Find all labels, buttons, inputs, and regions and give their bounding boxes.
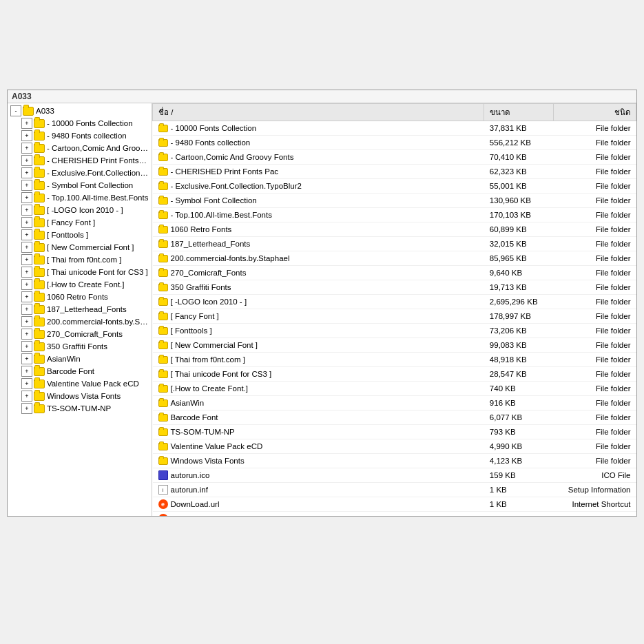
tree-item[interactable]: + - Exclusive.Font.Collection.TypoBlu — [8, 167, 152, 179]
tree-item[interactable]: + 187_Letterhead_Fonts — [8, 303, 152, 315]
tree-item[interactable]: + AsianWin — [8, 353, 152, 365]
table-row[interactable]: - CHERISHED Print Fonts Pac 62,323 KB Fi… — [153, 165, 636, 179]
file-size: 37,831 KB — [484, 121, 553, 136]
tree-expander[interactable]: + — [21, 155, 32, 166]
tree-item[interactable]: + - Symbol Font Collection — [8, 179, 152, 191]
tree-expander-root[interactable]: - — [10, 105, 21, 116]
tree-expander[interactable]: + — [21, 291, 32, 302]
table-row[interactable]: [ Thai from f0nt.com ] 48,918 KB File fo… — [153, 353, 636, 367]
table-row[interactable]: - 9480 Fonts collection 556,212 KB File … — [153, 136, 636, 150]
folder-icon — [158, 327, 168, 335]
tree-item[interactable]: + [ Fonttools ] — [8, 229, 152, 241]
file-size: 85,965 KB — [484, 251, 553, 266]
tree-item[interactable]: + [.How to Create Font.] — [8, 278, 152, 291]
col-header-name[interactable]: ชื่อ / — [153, 104, 484, 121]
file-size: 4,990 KB — [484, 439, 553, 454]
tree-item[interactable]: + [ New Commercial Font ] — [8, 241, 152, 253]
file-name-cell: 187_Letterhead_Fonts — [153, 237, 484, 251]
table-row[interactable]: Barcode Font 6,077 KB File folder — [153, 411, 636, 425]
tree-expander[interactable]: + — [21, 180, 32, 191]
file-name: - Symbol Font Collection — [171, 194, 257, 207]
file-name: 270_Comicraft_Fonts — [171, 267, 247, 279]
tree-item[interactable]: + Barcode Font — [8, 365, 152, 377]
tree-item[interactable]: + 200.commercial-fonts.by.Staphael — [8, 315, 152, 328]
tree-expander[interactable]: + — [21, 378, 32, 389]
tree-item[interactable]: + 1060 Retro Fonts — [8, 291, 152, 303]
tree-expander[interactable]: + — [21, 118, 32, 129]
table-row[interactable]: - Top.100.All-time.Best.Fonts 170,103 KB… — [153, 208, 636, 222]
table-row[interactable]: Valentine Value Pack eCD 4,990 KB File f… — [153, 439, 636, 454]
table-row[interactable]: e Facebook.url 1 KB Internet Shortcut — [153, 512, 636, 517]
tree-item[interactable]: + TS-SOM-TUM-NP — [8, 402, 152, 415]
table-row[interactable]: - Cartoon,Comic And Groovy Fonts 70,410 … — [153, 150, 636, 165]
table-row[interactable]: autorun.ico 159 KB ICO File — [153, 468, 636, 483]
file-type: File folder — [553, 165, 636, 179]
tree-expander[interactable]: + — [21, 143, 32, 154]
tree-folder-icon — [34, 367, 45, 376]
tree-expander[interactable]: + — [21, 242, 32, 253]
tree-item[interactable]: + [ -LOGO Icon 2010 - ] — [8, 204, 152, 216]
table-row[interactable]: [ Fonttools ] 73,206 KB File folder — [153, 324, 636, 338]
tree-expander[interactable]: + — [21, 267, 32, 278]
file-name-cell: TS-SOM-TUM-NP — [153, 425, 484, 439]
table-row[interactable]: - Exclusive.Font.Collection.TypoBlur2 55… — [153, 179, 636, 194]
tree-expander[interactable]: + — [21, 254, 32, 265]
tree-expander[interactable]: + — [21, 366, 32, 377]
tree-expander[interactable]: + — [21, 192, 32, 203]
tree-item[interactable]: + - CHERISHED Print Fonts Pac — [8, 154, 152, 167]
table-row[interactable]: [ New Commercial Font ] 99,083 KB File f… — [153, 338, 636, 353]
table-row[interactable]: 187_Letterhead_Fonts 32,015 KB File fold… — [153, 237, 636, 251]
tree-panel[interactable]: - A033 + - 10000 Fonts Collection + - 94… — [8, 103, 152, 516]
tree-item[interactable]: + 350 Graffiti Fonts — [8, 340, 152, 353]
folder-icon — [158, 414, 168, 422]
file-size: 1 KB — [484, 512, 553, 517]
tree-item[interactable]: + - 9480 Fonts collection — [8, 129, 152, 142]
file-size: 48,918 KB — [484, 353, 553, 367]
table-row[interactable]: - Symbol Font Collection 130,960 KB File… — [153, 194, 636, 208]
tree-expander[interactable]: + — [21, 329, 32, 340]
table-row[interactable]: 200.commercial-fonts.by.Staphael 85,965 … — [153, 251, 636, 266]
tree-item[interactable]: + [ Thai unicode Font for CS3 ] — [8, 266, 152, 278]
tree-item[interactable]: + - Cartoon,Comic And Groovy Fonts — [8, 142, 152, 154]
tree-expander[interactable]: + — [21, 403, 32, 414]
tree-item[interactable]: + [ Fancy Font ] — [8, 216, 152, 229]
col-header-type[interactable]: ชนิด — [553, 104, 636, 121]
table-row[interactable]: AsianWin 916 KB File folder — [153, 396, 636, 411]
tree-item[interactable]: + - 10000 Fonts Collection — [8, 117, 152, 129]
table-row[interactable]: 1060 Retro Fonts 60,899 KB File folder — [153, 222, 636, 237]
tree-item[interactable]: + Valentine Value Pack eCD — [8, 377, 152, 390]
table-row[interactable]: [.How to Create Font.] 740 KB File folde… — [153, 382, 636, 396]
tree-item-label: Barcode Font — [47, 366, 94, 377]
tree-expander[interactable]: + — [21, 167, 32, 178]
tree-item[interactable]: + 270_Comicraft_Fonts — [8, 328, 152, 340]
tree-expander[interactable]: + — [21, 130, 32, 141]
table-row[interactable]: [ Thai unicode Font for CS3 ] 28,547 KB … — [153, 367, 636, 382]
tree-expander[interactable]: + — [21, 205, 32, 216]
table-row[interactable]: [ Fancy Font ] 178,997 KB File folder — [153, 309, 636, 324]
tree-item[interactable]: + Windows Vista Fonts — [8, 390, 152, 402]
tree-root[interactable]: - A033 — [8, 105, 152, 117]
table-row[interactable]: 350 Graffiti Fonts 19,713 KB File folder — [153, 280, 636, 295]
file-type: File folder — [553, 324, 636, 338]
tree-expander[interactable]: + — [21, 391, 32, 402]
table-row[interactable]: e DownLoad.url 1 KB Internet Shortcut — [153, 497, 636, 512]
file-panel[interactable]: ชื่อ / ขนาด ชนิด - 10000 Fonts Collectio… — [152, 103, 636, 516]
file-name: [ New Commercial Font ] — [171, 339, 258, 351]
tree-expander[interactable]: + — [21, 353, 32, 364]
tree-expander[interactable]: + — [21, 316, 32, 327]
tree-item[interactable]: + [ Thai from f0nt.com ] — [8, 253, 152, 266]
tree-expander[interactable]: + — [21, 217, 32, 228]
table-row[interactable]: - 10000 Fonts Collection 37,831 KB File … — [153, 121, 636, 136]
tree-expander[interactable]: + — [21, 304, 32, 315]
table-row[interactable]: 270_Comicraft_Fonts 9,640 KB File folder — [153, 266, 636, 280]
tree-expander[interactable]: + — [21, 229, 32, 240]
tree-expander[interactable]: + — [21, 341, 32, 352]
table-row[interactable]: Windows Vista Fonts 4,123 KB File folder — [153, 454, 636, 468]
table-row[interactable]: i autorun.inf 1 KB Setup Information — [153, 483, 636, 497]
tree-expander[interactable]: + — [21, 279, 32, 290]
tree-item[interactable]: + - Top.100.All-time.Best.Fonts — [8, 191, 152, 204]
file-icon — [158, 154, 168, 161]
table-row[interactable]: TS-SOM-TUM-NP 793 KB File folder — [153, 425, 636, 439]
col-header-size[interactable]: ขนาด — [484, 104, 553, 121]
table-row[interactable]: [ -LOGO Icon 2010 - ] 2,695,296 KB File … — [153, 295, 636, 309]
